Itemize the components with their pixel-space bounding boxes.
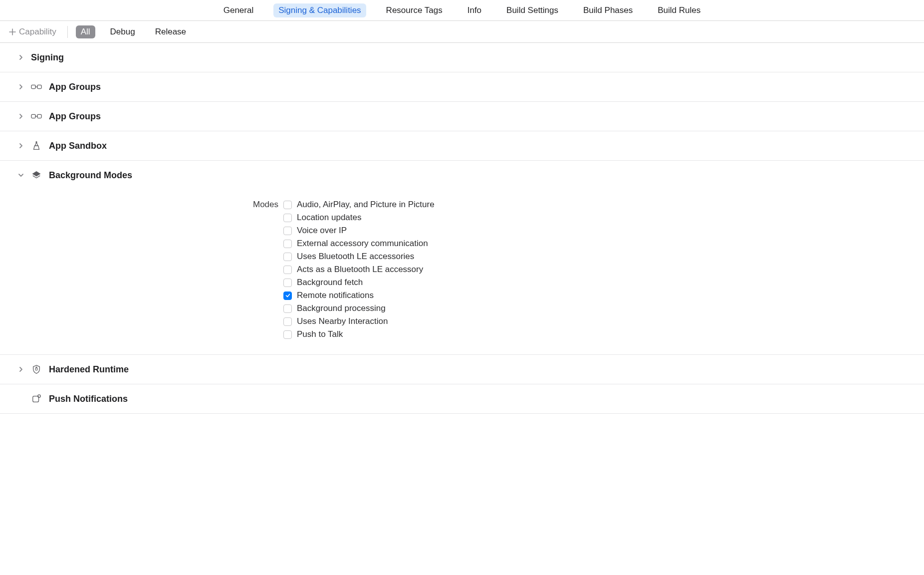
section-title: App Groups xyxy=(49,111,101,122)
top-tab-build-phases[interactable]: Build Phases xyxy=(578,3,638,17)
mode-label: Remote notifications xyxy=(297,290,374,300)
section-header-push-notifications[interactable]: Push Notifications xyxy=(0,384,924,413)
add-capability-label: Capability xyxy=(19,27,56,37)
mode-checkbox[interactable] xyxy=(283,240,292,248)
link-icon xyxy=(31,111,42,122)
push-icon xyxy=(31,393,42,404)
section-header-app-sandbox[interactable]: App Sandbox xyxy=(0,131,924,160)
top-tab-general[interactable]: General xyxy=(219,3,258,17)
section-title: Background Modes xyxy=(49,170,132,181)
config-tab-group: AllDebugRelease xyxy=(76,25,191,38)
top-tab-signing-capabilities[interactable]: Signing & Capabilities xyxy=(273,3,366,17)
chevron-right-icon xyxy=(18,54,24,60)
mode-checkbox[interactable] xyxy=(283,201,292,209)
chevron-down-icon xyxy=(18,172,24,178)
config-tab-all[interactable]: All xyxy=(76,25,95,38)
svg-rect-2 xyxy=(31,114,35,118)
section-title: App Sandbox xyxy=(49,141,107,151)
mode-checkbox[interactable] xyxy=(283,266,292,274)
section-header-app-groups[interactable]: App Groups xyxy=(0,72,924,101)
top-tab-info[interactable]: Info xyxy=(462,3,486,17)
mode-label: Voice over IP xyxy=(297,226,347,236)
capabilities-section-list: SigningApp GroupsApp GroupsApp SandboxBa… xyxy=(0,43,924,414)
mode-label: Audio, AirPlay, and Picture in Picture xyxy=(297,200,435,210)
svg-rect-1 xyxy=(37,85,41,88)
mode-item: Audio, AirPlay, and Picture in Picture xyxy=(283,200,435,210)
top-tab-build-rules[interactable]: Build Rules xyxy=(653,3,705,17)
section-title: App Groups xyxy=(49,82,101,92)
capability-section: Push Notifications xyxy=(0,384,924,414)
mode-item: Background processing xyxy=(283,303,435,313)
mode-item: Uses Bluetooth LE accessories xyxy=(283,252,435,262)
plus-icon xyxy=(9,28,16,35)
capability-section: App Groups xyxy=(0,72,924,102)
mode-checkbox[interactable] xyxy=(283,214,292,222)
modes-list: Audio, AirPlay, and Picture in PictureLo… xyxy=(283,200,435,339)
config-tab-release[interactable]: Release xyxy=(150,25,191,38)
capability-section: Hardened Runtime xyxy=(0,355,924,384)
layers-icon xyxy=(31,170,42,181)
section-header-signing[interactable]: Signing xyxy=(0,43,924,72)
add-capability-button[interactable]: Capability xyxy=(6,25,59,39)
modes-label: Modes xyxy=(0,200,283,210)
section-title: Push Notifications xyxy=(49,394,128,404)
sandbox-icon xyxy=(31,140,42,151)
chevron-right-icon xyxy=(18,143,24,149)
mode-item: Push to Talk xyxy=(283,329,435,339)
top-tab-build-settings[interactable]: Build Settings xyxy=(501,3,563,17)
section-header-background-modes[interactable]: Background Modes xyxy=(0,161,924,190)
mode-item: Background fetch xyxy=(283,278,435,288)
chevron-right-icon xyxy=(18,113,24,119)
mode-item: Voice over IP xyxy=(283,226,435,236)
mode-checkbox[interactable] xyxy=(283,330,292,339)
link-icon xyxy=(31,81,42,92)
toolbar-divider xyxy=(67,26,68,38)
mode-item: Remote notifications xyxy=(283,290,435,300)
mode-label: External accessory communication xyxy=(297,239,428,249)
chevron-right-icon xyxy=(18,84,24,90)
mode-item: Acts as a Bluetooth LE accessory xyxy=(283,265,435,275)
svg-rect-0 xyxy=(31,85,35,88)
mode-item: Uses Nearby Interaction xyxy=(283,316,435,326)
section-title: Signing xyxy=(31,52,64,63)
svg-rect-5 xyxy=(35,368,37,370)
top-tab-resource-tags[interactable]: Resource Tags xyxy=(381,3,448,17)
section-title: Hardened Runtime xyxy=(49,364,129,375)
capability-section: Signing xyxy=(0,43,924,72)
config-tab-debug[interactable]: Debug xyxy=(105,25,140,38)
capability-section: App Groups xyxy=(0,102,924,131)
mode-label: Uses Nearby Interaction xyxy=(297,316,388,326)
mode-label: Acts as a Bluetooth LE accessory xyxy=(297,265,423,275)
mode-checkbox[interactable] xyxy=(283,317,292,326)
shield-icon xyxy=(31,364,42,375)
section-header-hardened-runtime[interactable]: Hardened Runtime xyxy=(0,355,924,384)
capability-section: App Sandbox xyxy=(0,131,924,161)
mode-checkbox[interactable] xyxy=(283,291,292,300)
capability-section: Background ModesModesAudio, AirPlay, and… xyxy=(0,161,924,355)
mode-item: External accessory communication xyxy=(283,239,435,249)
mode-label: Push to Talk xyxy=(297,329,343,339)
mode-label: Background processing xyxy=(297,303,386,313)
svg-rect-3 xyxy=(37,114,41,118)
mode-label: Location updates xyxy=(297,213,362,223)
mode-checkbox[interactable] xyxy=(283,253,292,261)
capability-toolbar: Capability AllDebugRelease xyxy=(0,21,924,43)
mode-label: Background fetch xyxy=(297,278,363,288)
mode-label: Uses Bluetooth LE accessories xyxy=(297,252,414,262)
mode-checkbox[interactable] xyxy=(283,227,292,235)
mode-item: Location updates xyxy=(283,213,435,223)
section-header-app-groups[interactable]: App Groups xyxy=(0,102,924,131)
chevron-right-icon xyxy=(18,366,24,372)
top-tab-bar: GeneralSigning & CapabilitiesResource Ta… xyxy=(0,0,924,21)
background-modes-body: ModesAudio, AirPlay, and Picture in Pict… xyxy=(0,190,924,354)
mode-checkbox[interactable] xyxy=(283,279,292,287)
mode-checkbox[interactable] xyxy=(283,304,292,313)
